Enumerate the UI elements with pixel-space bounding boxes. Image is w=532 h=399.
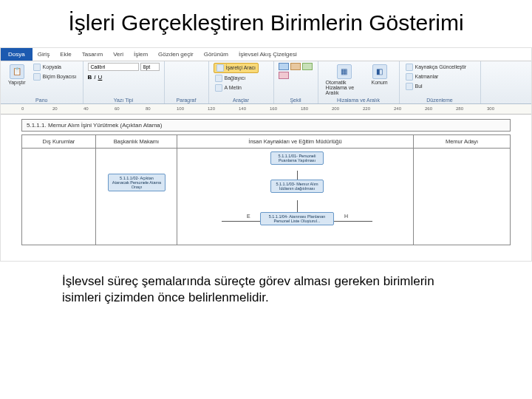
indent-icon[interactable] [178,73,185,81]
shape-style-2[interactable] [290,63,301,70]
ribbon: 📋 Yapıştır Kopyala Biçim Boyacısı Pano C… [1,61,531,104]
bold-button[interactable]: B [88,74,92,81]
grid-icon: ▦ [337,64,352,79]
format-painter-button[interactable]: Biçim Boyacısı [32,72,78,81]
position-button[interactable]: ◧ Konum [369,63,391,86]
font-family-select[interactable]: Calibri [88,63,139,71]
group-label: Pano [5,98,78,103]
group-label: Yazı Tipi [88,98,160,103]
process-box[interactable]: 5.1.1.1/03- Memur Alım İddianın dağıtılm… [270,180,324,194]
font-size-select[interactable]: 8pt [140,63,160,71]
connector-line [297,200,298,212]
pointer-icon [216,64,224,72]
connector-icon [215,75,222,82]
italic-button[interactable]: I [94,74,95,81]
horizontal-ruler: 0 20 40 60 80 100 120 140 160 180 200 22… [1,104,531,115]
lane-header[interactable]: Dış Kurumlar [22,135,95,149]
search-icon [406,83,413,90]
align-left-icon[interactable] [169,63,177,70]
tab-design[interactable]: Tasarım [77,50,108,59]
align-right-icon[interactable] [187,63,194,70]
brush-icon [33,73,41,81]
process-box[interactable]: 5.1.1.1/02- Açıktan Atanacak Personele A… [108,174,166,192]
lane-external[interactable]: Dış Kurumlar [22,135,96,245]
group-clipboard: 📋 Yapıştır Kopyala Biçim Boyacısı Pano [1,61,83,103]
edge-label-e: E [247,214,250,219]
tab-insert[interactable]: Ekle [55,50,77,59]
group-label: Düzenleme [404,98,476,103]
lane-header[interactable]: İnsan Kaynakları ve Eğitim Müdürlüğü [177,135,413,149]
lane-header[interactable]: Memur Adayı [414,135,510,149]
tab-home[interactable]: Giriş [33,50,55,59]
shape-style-1[interactable] [279,63,289,70]
swimlane-container: Dış Kurumlar Başkanlık Makamı 5.1.1.1/02… [21,134,511,245]
auto-align-button[interactable]: ▦ Otomatik Hizalama ve Aralık [323,63,366,97]
align-center-icon[interactable] [178,63,185,70]
shape-style-4[interactable] [279,72,289,79]
text-icon [215,84,222,92]
copy-button[interactable]: Kopyala [32,63,78,72]
position-icon: ◧ [372,64,387,79]
layers-button[interactable]: Katmanlar [404,72,468,81]
edge-label-h: H [344,214,348,219]
visio-app-screenshot: Dosya Giriş Ekle Tasarım Veri İşlem Gözd… [0,47,532,262]
bullets-icon[interactable] [169,73,177,81]
file-tab[interactable]: Dosya [1,48,33,61]
group-paragraph: Paragraf [165,61,209,103]
tab-review[interactable]: Gözden geçir [153,50,199,59]
pointer-tool-button[interactable]: İşaretçi Aracı [214,63,259,73]
slide-title: İşleri Gerçekleştiren Birimlerin Gösteri… [30,9,502,37]
lane-presidency[interactable]: Başkanlık Makamı 5.1.1.1/02- Açıktan Ata… [96,135,177,245]
lane-candidate[interactable]: Memur Adayı [414,135,510,245]
tab-data[interactable]: Veri [108,50,129,59]
copy-icon [33,64,41,71]
group-label: Paragraf [169,98,204,103]
group-label: Şekil [279,98,313,103]
process-box[interactable]: 5.1.1.1/04- Atanması Planlanan Personel … [260,212,334,226]
connector-button[interactable]: Bağlayıcı [214,74,259,83]
lane-header[interactable]: Başkanlık Makamı [96,135,177,149]
layers-icon [406,73,413,81]
lane-hr[interactable]: İnsan Kaynakları ve Eğitim Müdürlüğü 5.1… [177,135,414,245]
paste-icon: 📋 [10,64,24,79]
font-color-icon[interactable] [104,74,111,81]
group-shape: Şekil [274,61,318,103]
connector-line [222,221,260,222]
tab-view[interactable]: Görünüm [199,50,233,59]
tab-flowchart[interactable]: İşlevsel Akış Çizelgesi [233,50,302,59]
group-label: Hizalama ve Aralık [323,98,395,103]
shape-style-3[interactable] [302,63,313,70]
find-button[interactable]: Bul [404,82,468,91]
underline-button[interactable]: U [98,74,103,81]
group-editing: Kaynakça Güncelleştir Katmanlar Bul Düze… [400,61,481,103]
connector-line [297,171,298,180]
group-arrange: ▦ Otomatik Hizalama ve Aralık ◧ Konum Hi… [318,61,400,103]
drawing-canvas[interactable]: 5.1.1.1. Memur Alım İşini Yürütmek (Açık… [1,115,531,262]
paste-button[interactable]: 📋 Yapıştır [5,63,29,86]
refresh-icon [406,64,413,71]
quick-update-button[interactable]: Kaynakça Güncelleştir [404,63,468,72]
group-label: Araçlar [214,98,269,103]
connector-line [334,221,372,222]
text-tool-button[interactable]: A Metin [214,83,259,92]
process-box[interactable]: 5.1.1.1/01- Personeli Puanlama Yapılması [270,151,324,166]
slide-body-text: İşlevsel süreç şemalarında süreçte görev… [62,273,470,307]
ribbon-tabs: Dosya Giriş Ekle Tasarım Veri İşlem Gözd… [1,48,531,61]
group-tools: İşaretçi Aracı Bağlayıcı A Metin Araçlar [209,61,274,103]
group-font: Calibri 8pt B I U Yazı Tipi [83,61,165,103]
process-title-bar[interactable]: 5.1.1.1. Memur Alım İşini Yürütmek (Açık… [21,119,511,132]
tab-process[interactable]: İşlem [129,50,153,59]
